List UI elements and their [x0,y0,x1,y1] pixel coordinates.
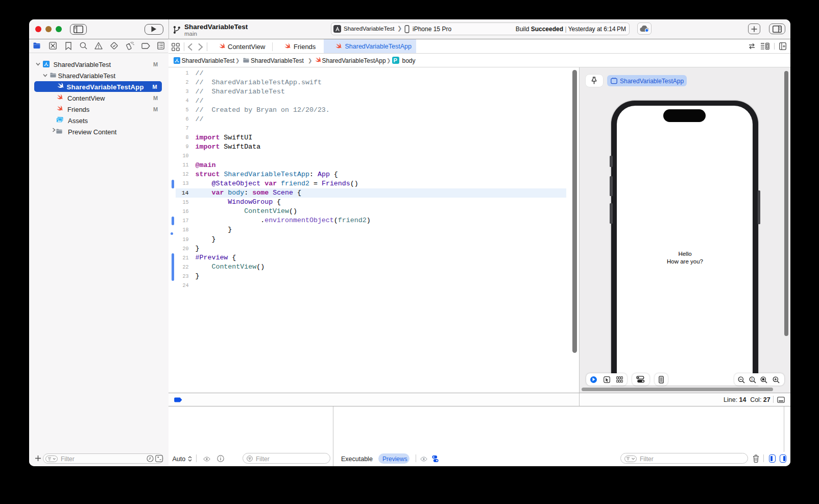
svg-text:1: 1 [751,377,753,381]
